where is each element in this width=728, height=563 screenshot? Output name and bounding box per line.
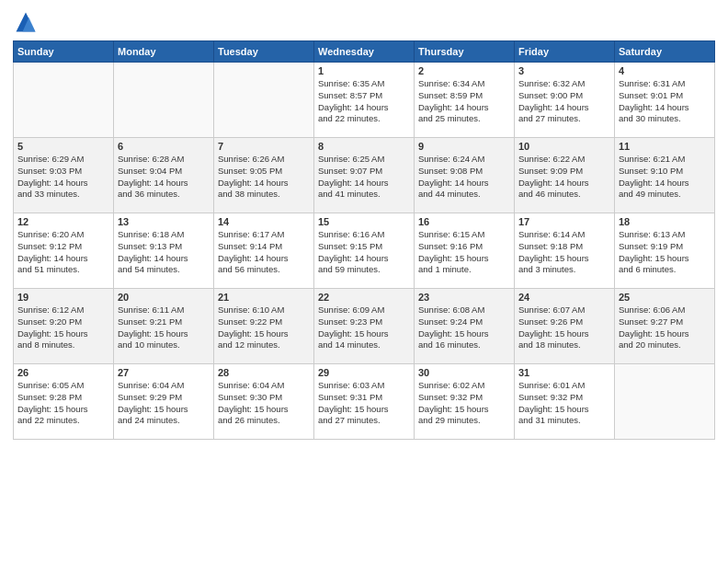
- cell-line: Sunrise: 6:10 AM: [218, 304, 310, 316]
- cell-line: Sunset: 9:31 PM: [318, 392, 410, 404]
- cell-line: Sunrise: 6:29 AM: [17, 154, 109, 166]
- cell-line: and 12 minutes.: [218, 339, 310, 351]
- calendar-table: SundayMondayTuesdayWednesdayThursdayFrid…: [13, 40, 715, 440]
- day-number: 3: [518, 65, 610, 76]
- calendar-cell: 4Sunrise: 6:31 AMSunset: 9:01 PMDaylight…: [615, 63, 715, 138]
- cell-line: and 20 minutes.: [619, 339, 711, 351]
- cell-line: Daylight: 14 hours: [118, 253, 210, 265]
- cell-line: Sunrise: 6:05 AM: [17, 380, 109, 392]
- cell-line: Sunset: 9:07 PM: [318, 166, 410, 178]
- cell-line: Sunset: 9:03 PM: [17, 166, 109, 178]
- cell-line: Sunset: 9:18 PM: [518, 241, 610, 253]
- cell-line: Daylight: 14 hours: [17, 253, 109, 265]
- cell-line: Daylight: 14 hours: [218, 178, 310, 190]
- header: [13, 9, 715, 35]
- day-number: 9: [418, 141, 510, 152]
- calendar-cell: 19Sunrise: 6:12 AMSunset: 9:20 PMDayligh…: [14, 289, 114, 364]
- cell-line: Daylight: 15 hours: [518, 328, 610, 340]
- cell-line: Daylight: 15 hours: [17, 404, 109, 416]
- day-number: 30: [418, 367, 510, 378]
- cell-line: Sunrise: 6:01 AM: [518, 380, 610, 392]
- cell-line: Daylight: 14 hours: [518, 102, 610, 114]
- cell-line: Daylight: 15 hours: [518, 404, 610, 416]
- day-number: 7: [218, 141, 310, 152]
- week-row-2: 5Sunrise: 6:29 AMSunset: 9:03 PMDaylight…: [14, 138, 715, 213]
- cell-line: Daylight: 14 hours: [17, 178, 109, 190]
- day-header-saturday: Saturday: [615, 41, 715, 63]
- cell-line: and 22 minutes.: [318, 113, 410, 125]
- cell-line: Daylight: 15 hours: [118, 328, 210, 340]
- calendar-cell: 9Sunrise: 6:24 AMSunset: 9:08 PMDaylight…: [415, 138, 515, 213]
- day-number: 4: [619, 65, 711, 76]
- day-number: 19: [17, 292, 109, 303]
- calendar-cell: [114, 63, 214, 138]
- day-number: 21: [218, 292, 310, 303]
- calendar-cell: 13Sunrise: 6:18 AMSunset: 9:13 PMDayligh…: [114, 213, 214, 289]
- cell-line: Sunrise: 6:09 AM: [318, 304, 410, 316]
- calendar-cell: 27Sunrise: 6:04 AMSunset: 9:29 PMDayligh…: [114, 364, 214, 440]
- cell-line: Sunrise: 6:12 AM: [17, 304, 109, 316]
- day-header-tuesday: Tuesday: [214, 41, 314, 63]
- cell-line: Sunset: 9:26 PM: [518, 316, 610, 328]
- cell-line: Sunset: 9:32 PM: [518, 392, 610, 404]
- calendar-cell: [615, 364, 715, 440]
- cell-line: Sunrise: 6:18 AM: [118, 229, 210, 241]
- cell-line: and 27 minutes.: [318, 415, 410, 427]
- cell-line: Daylight: 14 hours: [619, 102, 711, 114]
- week-row-1: 1Sunrise: 6:35 AMSunset: 8:57 PMDaylight…: [14, 63, 715, 138]
- calendar-cell: 14Sunrise: 6:17 AMSunset: 9:14 PMDayligh…: [214, 213, 314, 289]
- day-number: 28: [218, 367, 310, 378]
- cell-line: and 54 minutes.: [118, 264, 210, 276]
- cell-line: Daylight: 14 hours: [118, 178, 210, 190]
- calendar-cell: 23Sunrise: 6:08 AMSunset: 9:24 PMDayligh…: [415, 289, 515, 364]
- cell-line: Sunrise: 6:21 AM: [619, 154, 711, 166]
- calendar-cell: 11Sunrise: 6:21 AMSunset: 9:10 PMDayligh…: [615, 138, 715, 213]
- cell-line: Sunset: 9:23 PM: [318, 316, 410, 328]
- cell-line: Daylight: 14 hours: [619, 178, 711, 190]
- cell-line: and 1 minute.: [418, 264, 510, 276]
- cell-line: Daylight: 14 hours: [418, 102, 510, 114]
- cell-line: Sunset: 9:04 PM: [118, 166, 210, 178]
- cell-line: and 24 minutes.: [118, 415, 210, 427]
- day-number: 27: [118, 367, 210, 378]
- day-header-friday: Friday: [515, 41, 615, 63]
- day-number: 24: [518, 292, 610, 303]
- cell-line: Sunrise: 6:11 AM: [118, 304, 210, 316]
- cell-line: Sunset: 9:19 PM: [619, 241, 711, 253]
- cell-line: Sunrise: 6:31 AM: [619, 78, 711, 90]
- cell-line: Daylight: 15 hours: [318, 404, 410, 416]
- cell-line: Sunset: 9:09 PM: [518, 166, 610, 178]
- cell-line: Sunset: 9:05 PM: [218, 166, 310, 178]
- day-number: 25: [619, 292, 711, 303]
- cell-line: and 59 minutes.: [318, 264, 410, 276]
- day-header-row: SundayMondayTuesdayWednesdayThursdayFrid…: [14, 41, 715, 63]
- cell-line: Sunset: 8:57 PM: [318, 90, 410, 102]
- cell-line: Sunset: 9:20 PM: [17, 316, 109, 328]
- cell-line: Daylight: 14 hours: [518, 178, 610, 190]
- cell-line: Sunset: 9:10 PM: [619, 166, 711, 178]
- cell-line: and 56 minutes.: [218, 264, 310, 276]
- calendar-cell: 1Sunrise: 6:35 AMSunset: 8:57 PMDaylight…: [314, 63, 415, 138]
- cell-line: Sunset: 9:00 PM: [518, 90, 610, 102]
- cell-line: and 31 minutes.: [518, 415, 610, 427]
- cell-line: and 38 minutes.: [218, 189, 310, 201]
- cell-line: and 14 minutes.: [318, 339, 410, 351]
- cell-line: Sunset: 9:22 PM: [218, 316, 310, 328]
- cell-line: and 10 minutes.: [118, 339, 210, 351]
- day-header-thursday: Thursday: [415, 41, 515, 63]
- calendar-page: SundayMondayTuesdayWednesdayThursdayFrid…: [0, 0, 728, 563]
- cell-line: and 22 minutes.: [17, 415, 109, 427]
- cell-line: and 30 minutes.: [619, 113, 711, 125]
- cell-line: and 51 minutes.: [17, 264, 109, 276]
- cell-line: Daylight: 14 hours: [318, 102, 410, 114]
- cell-line: Daylight: 15 hours: [118, 404, 210, 416]
- cell-line: and 6 minutes.: [619, 264, 711, 276]
- cell-line: and 29 minutes.: [418, 415, 510, 427]
- cell-line: Sunrise: 6:14 AM: [518, 229, 610, 241]
- day-number: 16: [418, 216, 510, 227]
- calendar-cell: 29Sunrise: 6:03 AMSunset: 9:31 PMDayligh…: [314, 364, 415, 440]
- cell-line: Sunrise: 6:02 AM: [418, 380, 510, 392]
- calendar-cell: 30Sunrise: 6:02 AMSunset: 9:32 PMDayligh…: [415, 364, 515, 440]
- cell-line: Sunset: 9:30 PM: [218, 392, 310, 404]
- day-number: 29: [318, 367, 410, 378]
